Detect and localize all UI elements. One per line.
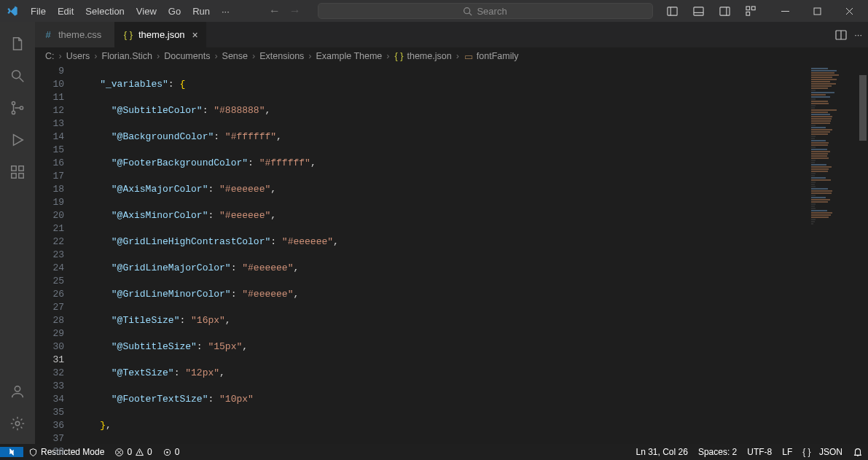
- settings-gear-icon[interactable]: [0, 408, 35, 440]
- tab-label: theme.css: [58, 29, 101, 40]
- svg-point-24: [15, 386, 20, 391]
- window-minimize-icon[interactable]: [769, 0, 801, 22]
- layout-left-icon[interactable]: [660, 1, 684, 21]
- notifications-icon[interactable]: [848, 447, 868, 457]
- titlebar: File Edit Selection View Go Run ··· ← → …: [0, 0, 868, 22]
- customize-layout-icon[interactable]: [738, 1, 763, 21]
- language-mode-button[interactable]: { } JSON: [797, 447, 848, 457]
- svg-rect-2: [667, 7, 676, 15]
- more-actions-icon[interactable]: ···: [854, 29, 862, 40]
- svg-point-19: [20, 106, 23, 109]
- indentation-button[interactable]: Spaces: 2: [693, 447, 742, 457]
- svg-rect-8: [746, 6, 749, 9]
- tab-label: theme.json: [138, 29, 185, 40]
- svg-point-0: [464, 7, 470, 13]
- tab-theme-json[interactable]: { } theme.json ×: [115, 22, 206, 47]
- code-content[interactable]: "_variables": { "@SubtitleColor": "#8888…: [77, 65, 807, 444]
- menu-run[interactable]: Run: [187, 0, 216, 22]
- explorer-icon[interactable]: [0, 28, 35, 60]
- svg-rect-12: [814, 8, 821, 15]
- tab-theme-css[interactable]: # theme.css: [35, 22, 115, 47]
- json-file-icon: { }: [394, 51, 404, 61]
- menu-selection[interactable]: Selection: [79, 0, 130, 22]
- nav-back-icon[interactable]: ←: [265, 3, 285, 19]
- remote-indicator-icon[interactable]: [0, 447, 23, 457]
- problems-button[interactable]: 0 0: [109, 447, 157, 457]
- bc-seg[interactable]: Users: [66, 51, 90, 61]
- bc-seg[interactable]: Florian.Stich: [102, 51, 152, 61]
- bc-seg[interactable]: fontFamily: [477, 51, 519, 61]
- menu-go[interactable]: Go: [163, 0, 187, 22]
- run-debug-icon[interactable]: [0, 124, 35, 156]
- bc-seg[interactable]: Sense: [222, 51, 248, 61]
- svg-point-17: [12, 101, 15, 104]
- window-close-icon[interactable]: [833, 0, 865, 22]
- minimap[interactable]: [807, 65, 858, 444]
- activity-bar: [0, 22, 35, 444]
- source-control-icon[interactable]: [0, 92, 35, 124]
- svg-rect-6: [719, 7, 729, 15]
- tab-bar: # theme.css { } theme.json × ···: [35, 22, 868, 47]
- bc-seg[interactable]: C:: [45, 51, 55, 61]
- svg-point-33: [166, 451, 168, 453]
- svg-rect-9: [751, 6, 755, 9]
- breadcrumb[interactable]: C:› Users› Florian.Stich› Documents› Sen…: [35, 47, 868, 65]
- svg-rect-4: [693, 7, 703, 15]
- symbol-string-icon: ▭: [464, 51, 474, 61]
- svg-rect-22: [19, 174, 23, 178]
- svg-rect-20: [12, 166, 16, 171]
- command-center-search[interactable]: Search: [318, 3, 653, 19]
- encoding-button[interactable]: UTF-8: [742, 447, 777, 457]
- menu-more[interactable]: ···: [216, 0, 235, 22]
- bc-seg[interactable]: Example Theme: [316, 51, 383, 61]
- svg-point-25: [15, 421, 20, 426]
- svg-rect-10: [746, 12, 749, 15]
- menu-edit[interactable]: Edit: [52, 0, 79, 22]
- svg-point-15: [12, 71, 20, 79]
- vscode-logo-icon: [6, 4, 19, 17]
- json-file-icon: { }: [122, 29, 134, 41]
- svg-line-16: [20, 78, 24, 82]
- search-placeholder: Search: [477, 6, 507, 17]
- cursor-position[interactable]: Ln 31, Col 26: [631, 447, 693, 457]
- split-editor-icon[interactable]: [835, 29, 847, 41]
- window-maximize-icon[interactable]: [801, 0, 833, 22]
- css-file-icon: #: [42, 29, 54, 41]
- menu-view[interactable]: View: [130, 0, 163, 22]
- scrollbar-thumb[interactable]: [859, 75, 867, 141]
- accounts-icon[interactable]: [0, 375, 35, 408]
- bc-seg[interactable]: Extensions: [259, 51, 304, 61]
- ports-button[interactable]: 0: [157, 447, 185, 457]
- layout-bottom-icon[interactable]: [686, 1, 711, 21]
- svg-rect-23: [19, 166, 23, 171]
- svg-line-1: [469, 12, 472, 15]
- svg-rect-21: [12, 174, 16, 178]
- layout-right-icon[interactable]: [712, 1, 737, 21]
- line-number-gutter: 9 10 11 12 13 14 15 16 17 18 19 20 21 22…: [35, 65, 77, 444]
- nav-forward-icon[interactable]: →: [285, 3, 305, 19]
- bc-seg[interactable]: Documents: [164, 51, 210, 61]
- editor[interactable]: 9 10 11 12 13 14 15 16 17 18 19 20 21 22…: [35, 65, 868, 444]
- menu-file[interactable]: File: [25, 0, 52, 22]
- bc-seg[interactable]: theme.json: [407, 51, 451, 61]
- vertical-scrollbar[interactable]: [858, 65, 868, 444]
- search-icon[interactable]: [0, 60, 35, 92]
- tab-close-icon[interactable]: ×: [192, 29, 198, 41]
- extensions-icon[interactable]: [0, 156, 35, 188]
- statusbar: Restricted Mode 0 0 0 Ln 31, Col 26 Spac…: [0, 444, 868, 460]
- eol-button[interactable]: LF: [777, 447, 797, 457]
- svg-point-18: [12, 111, 15, 114]
